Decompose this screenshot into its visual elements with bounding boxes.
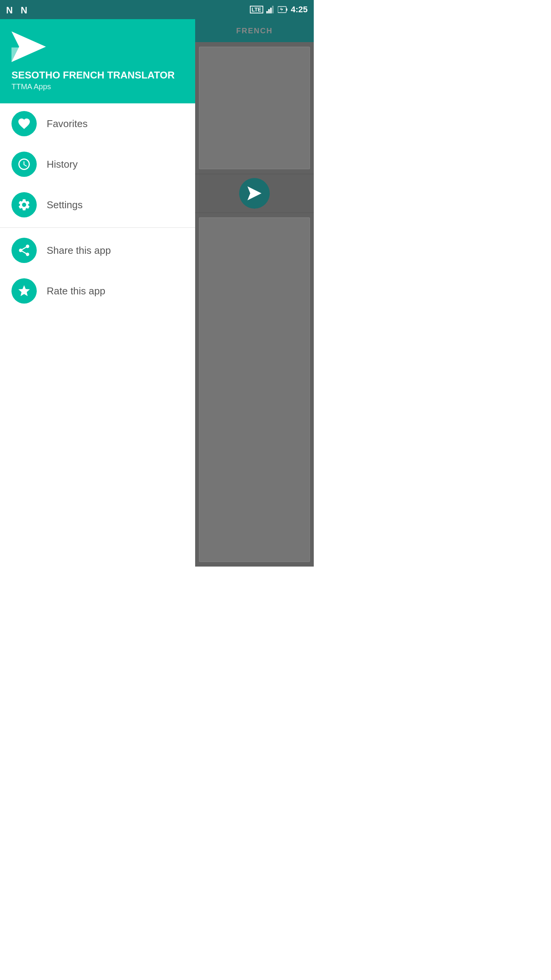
app-title: SESOTHO FRENCH TRANSLATOR bbox=[11, 69, 184, 82]
main-toolbar: FRENCH bbox=[195, 19, 314, 42]
favorites-label: Favorites bbox=[47, 118, 88, 130]
battery-icon bbox=[278, 6, 288, 13]
gear-icon bbox=[17, 198, 31, 212]
favorites-icon-circle bbox=[11, 111, 37, 136]
star-icon bbox=[17, 284, 31, 298]
app-logo-icon bbox=[11, 31, 46, 62]
clock-icon bbox=[17, 157, 31, 171]
status-bar-left: N N bbox=[6, 4, 31, 15]
status-bar-right: LTE 4:25 bbox=[250, 5, 308, 15]
app-logo bbox=[11, 31, 184, 62]
drawer-panel: SESOTHO FRENCH TRANSLATOR TTMA Apps Favo… bbox=[0, 19, 195, 567]
heart-icon bbox=[17, 117, 31, 131]
history-label: History bbox=[47, 158, 78, 170]
share-icon-circle bbox=[11, 238, 37, 263]
send-translate-icon bbox=[246, 185, 263, 202]
menu-item-favorites[interactable]: Favorites bbox=[0, 103, 195, 144]
n-notification-icon-2: N bbox=[21, 4, 31, 15]
settings-icon-circle bbox=[11, 192, 37, 217]
menu-item-rate[interactable]: Rate this app bbox=[0, 271, 195, 311]
menu-divider bbox=[0, 227, 195, 228]
send-plane-icon bbox=[11, 31, 46, 62]
translate-button[interactable] bbox=[239, 178, 270, 209]
drawer-menu: Favorites History Settings bbox=[0, 103, 195, 567]
language-label: FRENCH bbox=[236, 26, 272, 35]
svg-rect-3 bbox=[268, 9, 270, 13]
svg-rect-2 bbox=[266, 11, 268, 13]
main-body bbox=[195, 42, 314, 567]
share-label: Share this app bbox=[47, 245, 111, 256]
drawer-header: SESOTHO FRENCH TRANSLATOR TTMA Apps bbox=[0, 19, 195, 103]
lte-icon: LTE bbox=[250, 6, 263, 14]
svg-rect-4 bbox=[270, 8, 272, 13]
share-icon bbox=[17, 243, 31, 257]
menu-item-history[interactable]: History bbox=[0, 144, 195, 185]
menu-item-settings[interactable]: Settings bbox=[0, 185, 195, 225]
history-icon-circle bbox=[11, 152, 37, 177]
signal-icon bbox=[266, 6, 275, 13]
main-layout: SESOTHO FRENCH TRANSLATOR TTMA Apps Favo… bbox=[0, 19, 314, 567]
clock-time: 4:25 bbox=[291, 5, 308, 15]
result-text-box bbox=[199, 217, 310, 562]
svg-rect-5 bbox=[272, 6, 274, 13]
menu-item-share[interactable]: Share this app bbox=[0, 230, 195, 271]
status-bar: N N LTE 4:25 bbox=[0, 0, 314, 19]
rate-label: Rate this app bbox=[47, 285, 105, 297]
source-text-box[interactable] bbox=[199, 47, 310, 169]
svg-text:N: N bbox=[21, 5, 27, 15]
settings-label: Settings bbox=[47, 199, 83, 211]
svg-marker-10 bbox=[248, 186, 262, 201]
svg-rect-7 bbox=[286, 8, 287, 11]
app-subtitle: TTMA Apps bbox=[11, 82, 184, 91]
main-content-panel: FRENCH bbox=[195, 19, 314, 567]
app-info: SESOTHO FRENCH TRANSLATOR TTMA Apps bbox=[11, 69, 184, 91]
rate-icon-circle bbox=[11, 278, 37, 304]
svg-text:N: N bbox=[6, 5, 13, 15]
translate-button-area bbox=[195, 174, 314, 213]
n-notification-icon: N bbox=[6, 4, 17, 15]
